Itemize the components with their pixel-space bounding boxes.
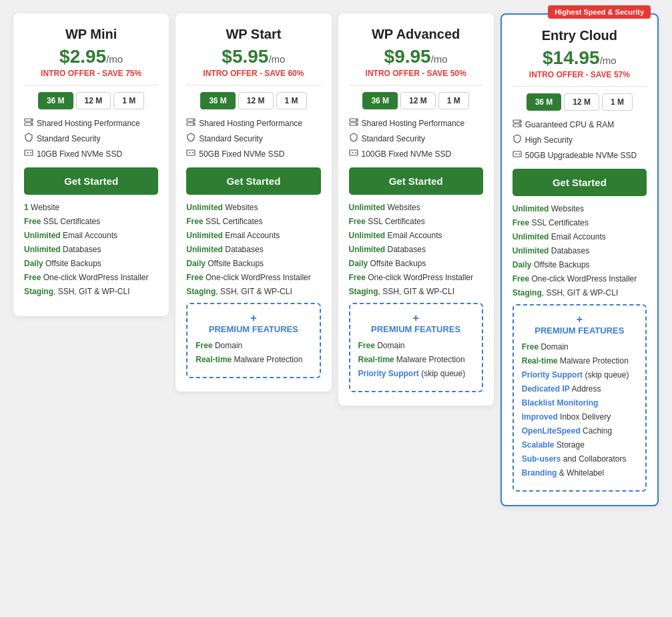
ssd-icon: [349, 148, 358, 159]
feature-item-wp-start-2: Unlimited Email Accounts: [186, 231, 320, 240]
term-btn-wp-advanced-2[interactable]: 1 M: [438, 92, 469, 109]
features-list-entry-cloud: Unlimited Websites Free SSL Certificates…: [513, 204, 647, 297]
features-list-wp-mini: 1 Website Free SSL Certificates Unlimite…: [24, 203, 158, 296]
premium-header-wp-start: + PREMIUM FEATURES: [196, 312, 311, 334]
intro-offer-entry-cloud: INTRO OFFER - SAVE 57%: [513, 70, 647, 79]
spec-item-wp-advanced-1: Standard Security: [349, 133, 483, 144]
term-btn-wp-mini-1[interactable]: 12 M: [76, 92, 111, 109]
term-btn-entry-cloud-2[interactable]: 1 M: [602, 93, 633, 111]
term-buttons-wp-start: 36 M12 M1 M: [186, 92, 320, 109]
plan-price-wp-advanced: $9.95/mo: [349, 46, 483, 67]
plan-card-entry-cloud: Highest Speed & SecurityEntry Cloud$14.9…: [500, 13, 659, 506]
feature-item-entry-cloud-5: Free One-click WordPress Installer: [513, 274, 647, 283]
plan-name-wp-mini: WP Mini: [24, 27, 158, 42]
feature-item-entry-cloud-6: Staging, SSH, GIT & WP-CLI: [513, 288, 647, 297]
term-btn-wp-mini-0[interactable]: 36 M: [38, 92, 73, 109]
feature-item-entry-cloud-0: Unlimited Websites: [513, 204, 647, 213]
ssd-icon: [513, 149, 522, 161]
specs-list-wp-advanced: Shared Hosting Performance Standard Secu…: [349, 117, 483, 159]
specs-list-wp-mini: Shared Hosting Performance Standard Secu…: [24, 117, 158, 159]
premium-item-entry-cloud-0: Free Domain: [522, 342, 637, 352]
term-buttons-entry-cloud: 36 M12 M1 M: [513, 93, 647, 111]
divider: [186, 85, 320, 85]
premium-header-entry-cloud: + PREMIUM FEATURES: [522, 314, 637, 336]
get-started-btn-wp-advanced[interactable]: Get Started: [349, 167, 483, 195]
term-buttons-wp-advanced: 36 M12 M1 M: [349, 92, 483, 109]
server-icon: [24, 117, 33, 129]
premium-item-entry-cloud-5: Improved Inbox Delivery: [522, 412, 637, 422]
premium-item-wp-start-0: Free Domain: [196, 341, 311, 350]
premium-item-wp-advanced-0: Free Domain: [358, 341, 474, 350]
plan-card-wp-start: WP Start$5.95/moINTRO OFFER - SAVE 60%36…: [176, 13, 331, 392]
plan-price-wp-mini: $2.95/mo: [24, 46, 158, 67]
shield-icon: [513, 134, 522, 145]
feature-item-wp-mini-0: 1 Website: [24, 203, 158, 212]
get-started-btn-wp-mini[interactable]: Get Started: [24, 167, 158, 195]
feature-item-wp-mini-5: Free One-click WordPress Installer: [24, 273, 158, 282]
server-icon: [349, 117, 358, 129]
feature-item-entry-cloud-4: Daily Offsite Backups: [513, 260, 647, 269]
term-buttons-wp-mini: 36 M12 M1 M: [24, 92, 158, 109]
get-started-btn-entry-cloud[interactable]: Get Started: [513, 169, 647, 196]
spec-item-wp-mini-1: Standard Security: [24, 133, 158, 144]
ssd-icon: [24, 148, 33, 159]
premium-item-entry-cloud-4: Blacklist Monitoring: [522, 398, 637, 408]
premium-list-wp-start: Free Domain Real-time Malware Protection: [196, 341, 311, 364]
features-list-wp-start: Unlimited Websites Free SSL Certificates…: [186, 203, 320, 296]
plan-name-entry-cloud: Entry Cloud: [513, 28, 647, 43]
premium-item-entry-cloud-8: Sub-users and Collaborators: [522, 454, 637, 464]
svg-point-9: [193, 119, 194, 121]
feature-item-wp-advanced-5: Free One-click WordPress Installer: [349, 273, 483, 282]
premium-item-entry-cloud-3: Dedicated IP Address: [522, 384, 637, 394]
premium-list-wp-advanced: Free Domain Real-time Malware Protection…: [358, 341, 474, 378]
spec-item-wp-advanced-0: Shared Hosting Performance: [349, 117, 483, 129]
term-btn-wp-start-0[interactable]: 36 M: [200, 92, 236, 109]
features-list-wp-advanced: Unlimited Websites Free SSL Certificates…: [349, 203, 483, 296]
plan-card-wp-advanced: WP Advanced$9.95/moINTRO OFFER - SAVE 50…: [338, 13, 494, 406]
term-btn-wp-start-1[interactable]: 12 M: [238, 92, 274, 109]
spec-item-wp-start-1: Standard Security: [186, 133, 320, 144]
feature-item-wp-start-5: Free One-click WordPress Installer: [186, 273, 320, 282]
feature-item-wp-advanced-1: Free SSL Certificates: [349, 217, 483, 226]
svg-point-23: [519, 121, 521, 122]
svg-point-24: [519, 125, 521, 126]
premium-box-wp-advanced: + PREMIUM FEATURES Free Domain Real-time…: [349, 303, 483, 392]
divider: [349, 85, 483, 85]
spec-item-entry-cloud-2: 50GB Upgradeable NVMe SSD: [513, 149, 647, 161]
shield-icon: [186, 133, 196, 144]
premium-item-entry-cloud-6: OpenLiteSpeed Caching: [522, 426, 637, 436]
term-btn-wp-start-2[interactable]: 1 M: [276, 92, 307, 109]
feature-item-wp-advanced-6: Staging, SSH, GIT & WP-CLI: [349, 287, 483, 296]
premium-item-entry-cloud-2: Priority Support (skip queue): [522, 370, 637, 380]
svg-point-20: [355, 152, 356, 153]
feature-item-wp-start-0: Unlimited Websites: [186, 203, 320, 212]
specs-list-entry-cloud: Guaranteed CPU & RAM High Security 50GB …: [513, 119, 647, 161]
svg-point-17: [356, 123, 357, 125]
feature-item-wp-start-6: Staging, SSH, GIT & WP-CLI: [186, 287, 320, 296]
divider: [24, 85, 158, 85]
feature-item-wp-advanced-3: Unlimited Databases: [349, 245, 483, 254]
spec-item-wp-advanced-2: 100GB Fixed NVMe SSD: [349, 148, 483, 159]
feature-item-wp-advanced-4: Daily Offsite Backups: [349, 259, 483, 268]
svg-point-2: [31, 119, 32, 121]
svg-point-27: [519, 153, 520, 155]
term-btn-wp-advanced-0[interactable]: 36 M: [362, 92, 398, 109]
divider: [513, 86, 647, 87]
svg-point-6: [30, 152, 31, 153]
feature-item-wp-mini-3: Unlimited Databases: [24, 245, 158, 254]
spec-item-entry-cloud-1: High Security: [513, 134, 647, 145]
spec-item-wp-mini-0: Shared Hosting Performance: [24, 117, 158, 129]
term-btn-wp-mini-2[interactable]: 1 M: [113, 92, 144, 109]
premium-item-wp-advanced-1: Real-time Malware Protection: [358, 355, 474, 364]
premium-header-wp-advanced: + PREMIUM FEATURES: [358, 312, 474, 334]
term-btn-entry-cloud-1[interactable]: 12 M: [564, 93, 599, 111]
feature-item-wp-advanced-2: Unlimited Email Accounts: [349, 231, 483, 240]
term-btn-entry-cloud-0[interactable]: 36 M: [527, 93, 562, 111]
get-started-btn-wp-start[interactable]: Get Started: [186, 167, 320, 195]
term-btn-wp-advanced-1[interactable]: 12 M: [400, 92, 436, 109]
spec-item-wp-start-2: 50GB Fixed NVMe SSD: [186, 148, 320, 159]
svg-point-3: [31, 123, 32, 125]
badge-entry-cloud: Highest Speed & Security: [548, 5, 651, 19]
feature-item-wp-start-1: Free SSL Certificates: [186, 217, 320, 226]
plan-card-wp-mini: WP Mini$2.95/moINTRO OFFER - SAVE 75%36 …: [13, 13, 169, 316]
